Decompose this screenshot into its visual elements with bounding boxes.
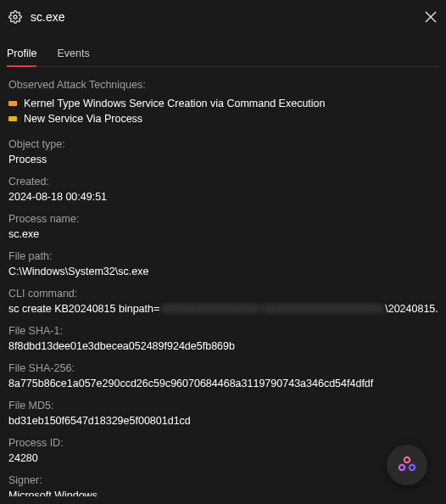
field-file-path: File path: C:\Windows\System32\sc.exe [8, 250, 438, 277]
panel-header: sc.exe [7, 7, 439, 34]
field-label: File SHA-1: [8, 325, 438, 337]
severity-indicator-icon [8, 116, 17, 121]
field-process-id: Process ID: 24280 [8, 437, 438, 464]
field-value: 8a775b86ce1a057e290ccd26c59c96070684468a… [8, 378, 438, 389]
attack-technique-label: Kernel Type Windows Service Creation via… [24, 98, 326, 109]
field-label: File SHA-256: [8, 362, 438, 374]
tab-events[interactable]: Events [57, 42, 89, 66]
svg-point-0 [14, 15, 17, 19]
attack-technique-label: New Service Via Process [24, 113, 142, 125]
svg-point-5 [410, 465, 415, 470]
field-label: File path: [8, 250, 438, 262]
attack-technique-item[interactable]: New Service Via Process [8, 111, 438, 126]
field-value: Process [8, 154, 438, 165]
field-value: 2024-08-18 00:49:51 [8, 191, 438, 203]
field-value: sc create KB20240815 binpath= XXXXXXXXXX… [8, 303, 438, 315]
field-label: Process name: [8, 213, 438, 225]
field-value: sc.exe [8, 228, 438, 240]
attack-techniques-list: Kernel Type Windows Service Creation via… [8, 96, 438, 126]
assistant-fab-button[interactable] [387, 445, 427, 485]
attack-technique-item[interactable]: Kernel Type Windows Service Creation via… [8, 96, 438, 111]
profile-content: Observed Attack Techniques: Kernel Type … [7, 67, 439, 496]
field-process-name: Process name: sc.exe [8, 213, 438, 240]
gear-icon [7, 8, 24, 25]
field-cli-command: CLI command: sc create KB20240815 binpat… [8, 288, 438, 315]
svg-point-3 [404, 457, 410, 462]
field-label: File MD5: [8, 400, 438, 412]
close-button[interactable] [422, 8, 439, 25]
tab-profile[interactable]: Profile [7, 42, 36, 66]
field-sha256: File SHA-256: 8a775b86ce1a057e290ccd26c5… [8, 362, 438, 389]
field-label: Object type: [8, 138, 438, 150]
field-value: C:\Windows\System32\sc.exe [8, 266, 438, 277]
tab-bar: Profile Events [7, 42, 439, 67]
svg-point-4 [399, 465, 404, 470]
field-sha1: File SHA-1: 8f8dbd13dee01e3dbecea052489f… [8, 325, 438, 352]
field-md5: File MD5: bd31eb150f6547d18329e5f00801d1… [8, 400, 438, 427]
field-object-type: Object type: Process [8, 138, 438, 165]
field-signer: Signer: Microsoft Windows [8, 474, 438, 496]
severity-indicator-icon [8, 101, 17, 106]
detail-panel: sc.exe Profile Events Observed Attack Te… [0, 0, 446, 504]
assistant-icon [397, 455, 417, 475]
cli-visible-pre: sc create KB20240815 binpath= [8, 303, 159, 315]
field-value: Microsoft Windows [8, 490, 438, 496]
page-title: sc.exe [31, 10, 422, 24]
field-label: Signer: [8, 474, 438, 486]
field-value: 8f8dbd13dee01e3dbecea052489f924de5fb869b [8, 340, 438, 352]
attack-techniques-heading: Observed Attack Techniques: [8, 79, 438, 91]
field-label: Created: [8, 176, 438, 188]
field-value: bd31eb150f6547d18329e5f00801d1cd [8, 415, 438, 427]
cli-visible-post: \20240815.sys type=kernel start=... [385, 303, 438, 315]
cli-redacted: XXXXXXXXXXXXXX XXXXXXXXXXXXXXXXX [159, 303, 385, 315]
field-value: 24280 [8, 452, 438, 464]
close-icon [425, 11, 437, 23]
field-created: Created: 2024-08-18 00:49:51 [8, 176, 438, 203]
field-label: Process ID: [8, 437, 438, 449]
field-label: CLI command: [8, 288, 438, 300]
